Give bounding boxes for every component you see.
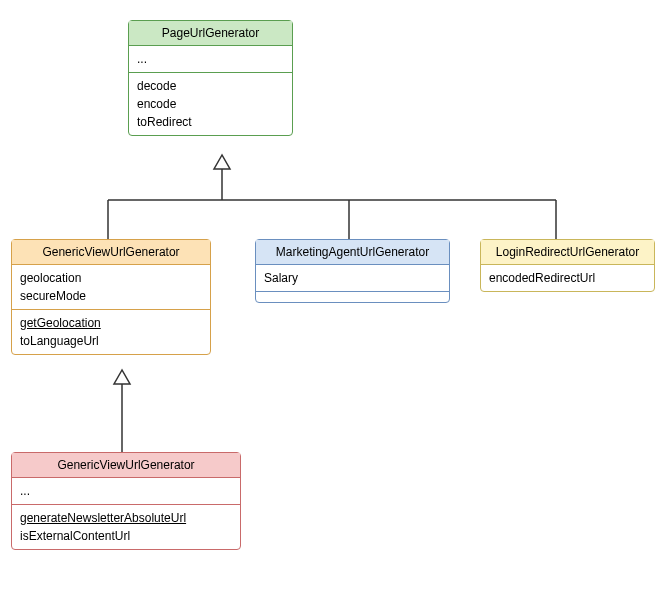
method: decode [137, 77, 284, 95]
attr: encodedRedirectUrl [489, 269, 646, 287]
class-page-url-generator: PageUrlGenerator ... decode encode toRed… [128, 20, 293, 136]
class-title: LoginRedirectUrlGenerator [481, 240, 654, 265]
class-title: GenericViewUrlGenerator [12, 453, 240, 478]
attr: geolocation [20, 269, 202, 287]
attr-ellipsis: ... [137, 50, 284, 68]
class-title: PageUrlGenerator [129, 21, 292, 46]
attributes-section: encodedRedirectUrl [481, 265, 654, 291]
methods-section: decode encode toRedirect [129, 73, 292, 135]
method-static: generateNewsletterAbsoluteUrl [20, 509, 232, 527]
method: toRedirect [137, 113, 284, 131]
svg-marker-0 [214, 155, 230, 169]
class-generic-view-url-generator-2: GenericViewUrlGenerator ... generateNews… [11, 452, 241, 550]
method: isExternalContentUrl [20, 527, 232, 545]
attributes-section: ... [129, 46, 292, 73]
svg-marker-6 [114, 370, 130, 384]
class-title: GenericViewUrlGenerator [12, 240, 210, 265]
attributes-section: Salary [256, 265, 449, 292]
attr: Salary [264, 269, 441, 287]
method: toLanguageUrl [20, 332, 202, 350]
method: encode [137, 95, 284, 113]
methods-section: getGeolocation toLanguageUrl [12, 310, 210, 354]
class-generic-view-url-generator: GenericViewUrlGenerator geolocation secu… [11, 239, 211, 355]
methods-section: generateNewsletterAbsoluteUrl isExternal… [12, 505, 240, 549]
attributes-section: geolocation secureMode [12, 265, 210, 310]
methods-section [256, 292, 449, 302]
method-static: getGeolocation [20, 314, 202, 332]
class-title: MarketingAgentUrlGenerator [256, 240, 449, 265]
class-login-redirect-url-generator: LoginRedirectUrlGenerator encodedRedirec… [480, 239, 655, 292]
attr-ellipsis: ... [20, 482, 232, 500]
class-marketing-agent-url-generator: MarketingAgentUrlGenerator Salary [255, 239, 450, 303]
attr: secureMode [20, 287, 202, 305]
attributes-section: ... [12, 478, 240, 505]
